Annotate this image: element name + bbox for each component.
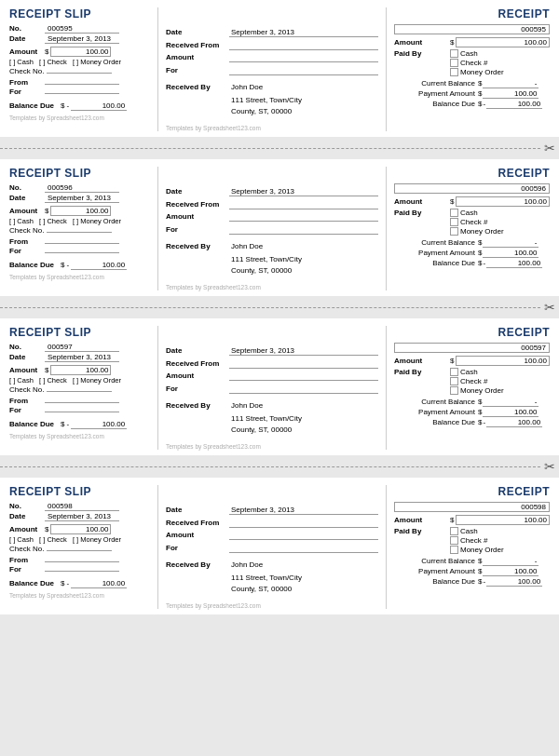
- payment-amount-val-2: $ 100.00: [478, 408, 539, 417]
- slip-amount-box-2[interactable]: 100.00: [50, 365, 111, 375]
- bd-dollar-0: $: [478, 100, 482, 108]
- mid-amount-row-3: Amount: [166, 531, 378, 540]
- check-no-value-3[interactable]: [47, 550, 112, 551]
- mid-amount-value-3[interactable]: [229, 531, 378, 540]
- slip-no-row-0: No. 000595: [9, 24, 150, 34]
- right-amount-box-2: 100.00: [456, 356, 550, 366]
- templates-mid-2: Templates by Spreadsheet123.com: [166, 443, 378, 450]
- for-value-2[interactable]: [45, 412, 119, 412]
- check-box-0[interactable]: [450, 59, 458, 67]
- current-balance-val-1: $ -: [478, 238, 539, 248]
- money-order-box-1[interactable]: [450, 227, 458, 236]
- paid-by-label-2: Paid By: [394, 368, 450, 376]
- slip-no-label-1: No.: [9, 183, 45, 192]
- slip-amount-row-0: Amount $ 100.00: [9, 47, 150, 57]
- for-value-1[interactable]: [45, 252, 119, 253]
- address-line1-1: 111 Street, Town/City: [231, 254, 378, 265]
- cb-dollar-2: $: [478, 398, 482, 406]
- pa-box-3: 100.00: [483, 567, 539, 576]
- for-value-0[interactable]: [45, 93, 119, 94]
- slip-no-label-0: No.: [9, 24, 45, 33]
- mid-amount-label-1: Amount: [166, 212, 229, 221]
- balance-row-1: Balance Due $ - 100.00: [9, 261, 150, 270]
- check-no-value-1[interactable]: [47, 232, 112, 233]
- cash-box-1[interactable]: [450, 209, 458, 217]
- mid-amount-value-1[interactable]: [229, 212, 378, 222]
- receipt-inner-0: RECEIPT SLIP No. 000595 Date September 3…: [9, 7, 550, 131]
- for-value-3[interactable]: [45, 571, 119, 572]
- slip-no-value-1: 000596: [45, 183, 119, 193]
- right-amount-row-1: Amount $ 100.00: [394, 196, 550, 207]
- from-value-2[interactable]: [45, 402, 119, 403]
- check-no-value-2[interactable]: [47, 391, 112, 392]
- right-amount-label-2: Amount: [394, 357, 450, 365]
- pa-dollar-2: $: [478, 408, 482, 416]
- check-box-2[interactable]: [450, 377, 458, 385]
- mid-amount-value-0[interactable]: [229, 53, 378, 62]
- check-no-label-2: Check No.: [9, 385, 44, 394]
- cash-label-0: Cash: [460, 49, 478, 58]
- slip-amount-label-0: Amount: [9, 47, 45, 56]
- balance-val-0: $ - 100.00: [61, 101, 127, 111]
- slip-title-0: RECEIPT SLIP: [9, 7, 150, 20]
- payment-amount-val-1: $ 100.00: [478, 249, 539, 258]
- cash-box-0[interactable]: [450, 49, 458, 58]
- current-balance-row-2: Current Balance $ -: [394, 398, 550, 407]
- right-side-3: RECEIPT 000598 Amount $ 100.00 Paid By: [387, 485, 550, 609]
- slip-amount-box-1[interactable]: 100.00: [50, 206, 111, 216]
- slip-side-1: RECEIPT SLIP No. 000596 Date September 3…: [9, 167, 158, 290]
- receipt-num-box-1: 000596: [394, 183, 550, 194]
- mid-for-row-3: For: [166, 544, 378, 553]
- slip-date-label-3: Date: [9, 512, 45, 520]
- right-balance-due-row-1: Balance Due $ - 100.00: [394, 259, 550, 268]
- slip-amount-box-3[interactable]: 100.00: [50, 524, 111, 534]
- slip-title-3: RECEIPT SLIP: [9, 485, 150, 498]
- mid-received-by-row-2: Received By John Doe: [166, 401, 378, 410]
- slip-amount-box-0[interactable]: 100.00: [50, 47, 111, 57]
- receipt-block-1: RECEIPT SLIP No. 000596 Date September 3…: [0, 159, 559, 296]
- mid-received-from-value-0[interactable]: [229, 41, 378, 50]
- mid-received-from-value-3[interactable]: [229, 519, 378, 528]
- receipt-num-box-3: 000598: [394, 502, 550, 512]
- from-value-3[interactable]: [45, 561, 119, 562]
- right-balance-due-label-1: Balance Due: [394, 259, 478, 267]
- mid-date-label-0: Date: [166, 28, 229, 36]
- pa-box-1: 100.00: [483, 249, 539, 258]
- pa-dollar-1: $: [478, 249, 482, 257]
- scissors-icon-0: ✂: [540, 141, 559, 155]
- cb-dollar-3: $: [478, 557, 482, 565]
- mid-for-value-2[interactable]: [229, 385, 378, 394]
- mid-for-value-3[interactable]: [229, 544, 378, 553]
- mid-received-from-value-1[interactable]: [229, 200, 378, 209]
- check-box-1[interactable]: [450, 218, 458, 226]
- mid-amount-label-2: Amount: [166, 371, 229, 380]
- mid-date-value-2: September 3, 2013: [229, 346, 378, 356]
- mid-received-from-label-0: Received From: [166, 41, 229, 49]
- money-order-box-0[interactable]: [450, 68, 458, 76]
- paid-by-label-1: Paid By: [394, 209, 450, 217]
- check-box-3[interactable]: [450, 536, 458, 545]
- from-value-1[interactable]: [45, 243, 119, 244]
- mid-received-from-label-2: Received From: [166, 359, 229, 368]
- money-order-box-2[interactable]: [450, 386, 458, 395]
- mid-received-from-value-2[interactable]: [229, 359, 378, 369]
- money-order-box-3[interactable]: [450, 546, 458, 554]
- right-amount-box-1: 100.00: [456, 196, 550, 207]
- slip-no-row-1: No. 000596: [9, 183, 150, 193]
- from-value-0[interactable]: [45, 84, 119, 85]
- templates-mid-0: Templates by Spreadsheet123.com: [166, 125, 378, 131]
- address-line1-0: 111 Street, Town/City: [231, 95, 378, 106]
- mid-for-value-0[interactable]: [229, 66, 378, 75]
- mid-for-value-1[interactable]: [229, 225, 378, 235]
- mid-amount-value-2[interactable]: [229, 371, 378, 381]
- cash-box-3[interactable]: [450, 527, 458, 535]
- slip-amount-val-2: $ 100.00: [45, 365, 111, 375]
- payment-amount-label-1: Payment Amount: [394, 249, 478, 257]
- dashed-line-0: [0, 148, 540, 149]
- cash-box-2[interactable]: [450, 368, 458, 376]
- pa-box-2: 100.00: [483, 408, 539, 417]
- mid-received-by-label-1: Received By: [166, 242, 229, 250]
- scissors-divider-2: ✂: [0, 459, 559, 474]
- bd-box-0: 100.00: [486, 100, 542, 109]
- check-no-value-0[interactable]: [47, 73, 112, 74]
